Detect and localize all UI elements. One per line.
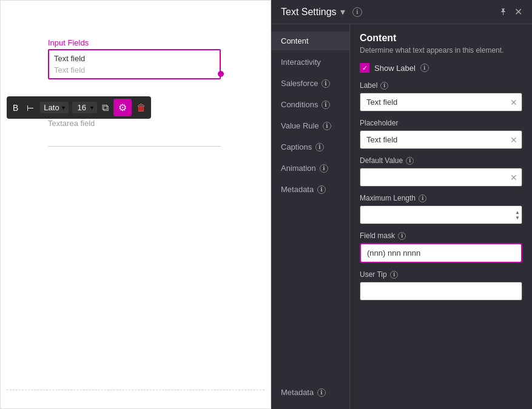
nav-item-content[interactable]: Content: [271, 32, 349, 50]
label-field-label: Label ℹ: [360, 81, 522, 90]
panel-title-text: Text Settings: [281, 7, 337, 18]
field-mask-wrapper: [360, 243, 522, 263]
align-button[interactable]: ⊢: [24, 102, 36, 114]
gear-icon: ⚙: [118, 102, 127, 113]
check-mark-icon: ✓: [362, 65, 368, 71]
user-tip-input[interactable]: [360, 282, 522, 301]
nav-interactivity-label: Interactivity: [281, 58, 321, 67]
align-icon: ⊢: [27, 103, 34, 113]
label-info-icon: ℹ: [380, 82, 388, 90]
conditions-info-icon: ℹ: [322, 101, 330, 109]
stepper-buttons: ▲ ▼: [515, 210, 520, 220]
nav-item-metadata-1[interactable]: Metadata ℹ: [271, 180, 349, 199]
default-value-input-wrapper: ✕: [360, 168, 522, 187]
default-value-field-label: Default Value ℹ: [360, 156, 522, 165]
input-fields-label: Input Fields: [48, 38, 89, 47]
max-length-field-label: Maximum Length ℹ: [360, 194, 522, 202]
nav-value-rule-label: Value Rule: [281, 121, 319, 130]
user-tip-field-label: User Tip ℹ: [360, 270, 522, 279]
panel-info-icon: ℹ: [352, 7, 362, 17]
value-rule-info-icon: ℹ: [323, 122, 331, 130]
font-select-wrap[interactable]: Lato ▾: [40, 102, 68, 113]
size-chevron-icon: ▾: [90, 104, 93, 111]
stepper-up-button[interactable]: ▲: [515, 210, 520, 214]
max-length-field-group: Maximum Length ℹ ▲ ▼: [360, 194, 522, 224]
nav-item-interactivity[interactable]: Interactivity: [271, 53, 349, 71]
link-button[interactable]: ⧉: [101, 101, 110, 115]
nav-item-captions[interactable]: Captions ℹ: [271, 138, 349, 156]
max-length-stepper-wrapper: ▲ ▼: [360, 205, 522, 224]
field-placeholder: Text field: [54, 65, 215, 75]
field-mask-field-group: Field mask ℹ: [360, 231, 522, 263]
default-value-info-icon: ℹ: [406, 157, 414, 165]
content-panel: Content Determine what text appears in t…: [350, 24, 532, 409]
link-icon: ⧉: [102, 102, 109, 113]
panel-nav: Content Interactivity Salesforce ℹ Condi…: [271, 24, 350, 409]
trash-icon: 🗑: [136, 102, 146, 113]
placeholder-field-group: Placeholder ✕: [360, 119, 522, 149]
right-panel: Text Settings ▾ ℹ 🖈 ✕ Content Interactiv…: [271, 0, 532, 409]
bold-icon: B: [13, 103, 18, 113]
field-mask-field-label: Field mask ℹ: [360, 231, 522, 240]
font-size-label: 16: [76, 103, 88, 112]
user-tip-field-group: User Tip ℹ: [360, 270, 522, 301]
label-input[interactable]: [360, 93, 522, 111]
label-clear-button[interactable]: ✕: [510, 98, 517, 107]
placeholder-input[interactable]: [360, 130, 522, 149]
close-button[interactable]: ✕: [514, 6, 522, 18]
captions-info-icon: ℹ: [315, 143, 324, 151]
close-icon: ✕: [514, 7, 522, 17]
user-tip-input-wrapper: [360, 282, 522, 301]
placeholder-field-label: Placeholder: [360, 119, 522, 127]
nav-salesforce-label: Salesforce: [281, 79, 318, 88]
placeholder-clear-button[interactable]: ✕: [510, 135, 517, 145]
field-dot: [218, 71, 224, 77]
nav-item-salesforce[interactable]: Salesforce ℹ: [271, 74, 349, 93]
nav-item-value-rule[interactable]: Value Rule ℹ: [271, 116, 349, 135]
font-label: Lato: [44, 103, 59, 112]
field-mask-input[interactable]: [361, 244, 521, 262]
bottom-dashed: [7, 390, 264, 390]
pin-icon: 🖈: [499, 7, 508, 17]
gear-button[interactable]: ⚙: [113, 99, 132, 116]
content-title: Content: [360, 33, 522, 44]
user-tip-info-icon: ℹ: [390, 271, 398, 279]
panel-body: Content Interactivity Salesforce ℹ Condi…: [271, 24, 532, 409]
show-label-row: ✓ Show Label ℹ: [360, 63, 522, 73]
nav-captions-label: Captions: [281, 142, 312, 151]
show-label-checkbox[interactable]: ✓: [360, 63, 369, 73]
bold-button[interactable]: B: [10, 102, 21, 114]
nav-item-conditions[interactable]: Conditions ℹ: [271, 95, 349, 114]
textarea-label: Textarea field: [48, 119, 95, 128]
field-mask-info-icon: ℹ: [398, 232, 406, 240]
animation-info-icon: ℹ: [320, 164, 328, 173]
show-label-info-icon: ℹ: [420, 64, 429, 72]
stepper-down-button[interactable]: ▼: [515, 215, 520, 220]
pin-button[interactable]: 🖈: [499, 7, 508, 18]
font-size-wrap[interactable]: 16 ▾: [72, 102, 97, 113]
label-field-group: Label ℹ ✕: [360, 81, 522, 111]
nav-item-animation[interactable]: Animation ℹ: [271, 159, 349, 178]
panel-title: Text Settings ▾: [281, 6, 345, 18]
default-value-clear-button[interactable]: ✕: [510, 173, 517, 182]
canvas-area: Input Fields Text field Text field B ⊢ L…: [0, 0, 271, 409]
nav-animation-label: Animation: [281, 164, 316, 173]
nav-conditions-label: Conditions: [281, 100, 318, 109]
default-value-field-group: Default Value ℹ ✕: [360, 156, 522, 187]
panel-header: Text Settings ▾ ℹ 🖈 ✕: [271, 0, 532, 24]
salesforce-info-icon: ℹ: [322, 79, 330, 88]
nav-item-metadata-2[interactable]: Metadata ℹ: [271, 383, 349, 402]
content-description: Determine what text appears in this elem…: [360, 46, 522, 55]
default-value-input[interactable]: [360, 168, 522, 187]
delete-button[interactable]: 🗑: [135, 101, 147, 115]
title-chevron-icon: ▾: [340, 6, 345, 18]
panel-header-icons: 🖈 ✕: [499, 6, 522, 18]
text-field-box[interactable]: Text field Text field: [48, 49, 221, 79]
max-length-info-icon: ℹ: [419, 195, 426, 202]
metadata-1-info-icon: ℹ: [317, 185, 326, 194]
field-value: Text field: [54, 54, 215, 63]
max-length-input[interactable]: [360, 205, 522, 224]
metadata-2-info-icon: ℹ: [317, 388, 326, 397]
nav-metadata-2-label: Metadata: [281, 388, 314, 397]
label-input-wrapper: ✕: [360, 93, 522, 111]
